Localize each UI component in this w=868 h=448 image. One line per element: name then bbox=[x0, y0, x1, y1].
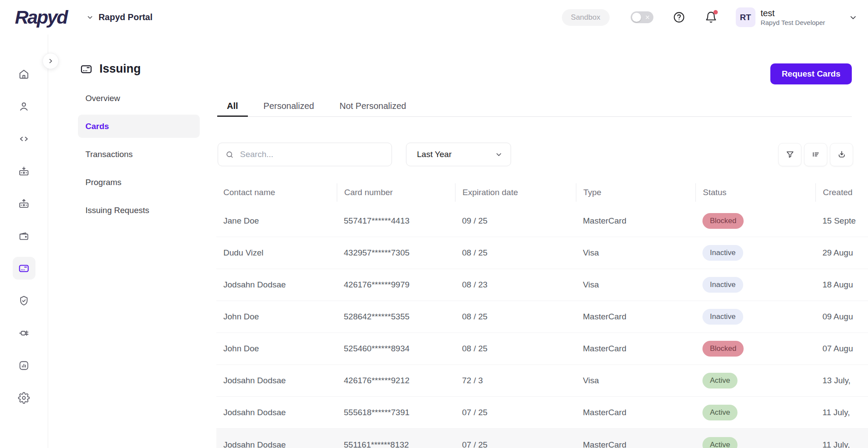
filter-button[interactable] bbox=[778, 143, 801, 166]
cell-type: MasterCard bbox=[576, 312, 695, 322]
icon-sidebar bbox=[0, 35, 48, 448]
sidebar-item-overview[interactable]: Overview bbox=[78, 87, 200, 110]
cell-contact-name: John Doe bbox=[216, 344, 337, 354]
sidebar-item-issuing-requests[interactable]: Issuing Requests bbox=[78, 199, 200, 222]
home-icon bbox=[18, 68, 30, 80]
date-filter-dropdown[interactable]: Last Year bbox=[406, 143, 511, 166]
submenu-items: OverviewCardsTransactionsProgramsIssuing… bbox=[78, 87, 200, 227]
nav-clients-button[interactable] bbox=[13, 95, 35, 118]
table-row[interactable]: Jane Doe 557417******4413 09 / 25 Master… bbox=[216, 205, 868, 237]
download-icon bbox=[837, 150, 847, 159]
table-row[interactable]: Jodsahn Dodsae 426176******9979 08 / 23 … bbox=[216, 269, 868, 301]
cell-status: Blocked bbox=[695, 341, 815, 357]
cell-created: 29 Augu bbox=[815, 248, 868, 258]
cell-expiration-date: 08 / 25 bbox=[455, 344, 576, 354]
column-header-card-number: Card number bbox=[337, 183, 455, 202]
cell-expiration-date: 08 / 25 bbox=[455, 248, 576, 258]
cell-type: MasterCard bbox=[576, 216, 695, 226]
cell-created: 09 Augu bbox=[815, 312, 868, 322]
tab-personalized[interactable]: Personalized bbox=[254, 92, 324, 117]
nav-wallets-button[interactable] bbox=[13, 224, 35, 247]
nav-integrations-button[interactable] bbox=[13, 322, 35, 344]
nav-disburse-button[interactable] bbox=[13, 192, 35, 215]
table-row[interactable]: John Doe 528642******5355 08 / 25 Master… bbox=[216, 301, 868, 333]
cell-card-number: 557417******4413 bbox=[337, 216, 455, 226]
cell-created: 11 July, bbox=[815, 408, 868, 417]
status-badge: Inactive bbox=[702, 277, 743, 293]
cell-contact-name: Jodsahn Dodsae bbox=[216, 376, 337, 385]
header-actions: Sandbox RT test Rapyd Test Developer bbox=[562, 7, 857, 27]
download-button[interactable] bbox=[830, 143, 853, 166]
page-title-label: Issuing bbox=[99, 62, 141, 76]
cell-type: MasterCard bbox=[576, 408, 695, 417]
cell-status: Inactive bbox=[695, 309, 815, 325]
nav-issuing-button[interactable] bbox=[13, 257, 35, 280]
status-badge: Active bbox=[702, 405, 737, 420]
cell-contact-name: Jodsahn Dodsae bbox=[216, 280, 337, 290]
sandbox-badge: Sandbox bbox=[562, 9, 610, 26]
table-row[interactable]: Jodsahn Dodsae 555618******7391 07 / 25 … bbox=[216, 397, 868, 429]
cell-card-number: 551161******8132 bbox=[337, 440, 455, 448]
cell-expiration-date: 07 / 25 bbox=[455, 440, 576, 448]
cell-expiration-date: 72 / 3 bbox=[455, 376, 576, 385]
request-cards-button[interactable]: Request Cards bbox=[770, 63, 852, 84]
table-row[interactable]: Dudu Vizel 432957******7305 08 / 25 Visa… bbox=[216, 237, 868, 269]
portal-selector[interactable]: Rapyd Portal bbox=[86, 12, 152, 22]
cell-created: 07 Augu bbox=[815, 344, 868, 354]
table-row[interactable]: John Doe 525460******8934 08 / 25 Master… bbox=[216, 333, 868, 365]
cell-card-number: 426176******9979 bbox=[337, 280, 455, 290]
nav-compliance-button[interactable] bbox=[13, 289, 35, 312]
nav-developers-button[interactable] bbox=[13, 127, 35, 150]
cell-created: 11 July, bbox=[815, 440, 868, 448]
chevron-down-icon bbox=[495, 150, 503, 158]
sidebar-expand-button[interactable] bbox=[42, 53, 59, 69]
cell-status: Blocked bbox=[695, 213, 815, 229]
cell-expiration-date: 08 / 23 bbox=[455, 280, 576, 290]
table-row[interactable]: Jodsahn Dodsae 551161******8132 07 / 25 … bbox=[216, 429, 868, 448]
sandbox-toggle[interactable] bbox=[631, 11, 653, 23]
help-button[interactable] bbox=[673, 11, 685, 24]
column-header-status: Status bbox=[695, 183, 815, 202]
notifications-button[interactable] bbox=[705, 11, 717, 24]
nav-settings-button[interactable] bbox=[13, 386, 35, 409]
chevron-down-icon bbox=[86, 14, 94, 21]
status-badge: Active bbox=[702, 373, 737, 388]
rapyd-logo[interactable]: Rapyd bbox=[15, 7, 67, 28]
status-badge: Blocked bbox=[702, 213, 744, 229]
chevron-down-icon bbox=[849, 13, 857, 22]
column-header-expiration-date: Expiration date bbox=[455, 183, 576, 202]
nav-collect-button[interactable] bbox=[13, 160, 35, 182]
table-row[interactable]: Jodsahn Dodsae 426176******9212 72 / 3 V… bbox=[216, 365, 868, 397]
sidebar-item-cards[interactable]: Cards bbox=[78, 115, 200, 138]
collect-icon bbox=[18, 165, 30, 177]
plug-icon bbox=[18, 327, 30, 339]
card-icon bbox=[18, 262, 30, 274]
search-input[interactable] bbox=[240, 150, 385, 159]
user-avatar[interactable]: RT bbox=[736, 7, 755, 27]
column-header-contact-name: Contact name bbox=[216, 183, 337, 202]
cell-contact-name: Jodsahn Dodsae bbox=[216, 408, 337, 417]
tab-not-personalized[interactable]: Not Personalized bbox=[330, 92, 416, 117]
search-box[interactable] bbox=[218, 143, 392, 166]
sort-button[interactable] bbox=[804, 143, 827, 166]
nav-reports-button[interactable] bbox=[13, 354, 35, 377]
cell-type: MasterCard bbox=[576, 344, 695, 354]
card-icon bbox=[80, 63, 93, 76]
nav-home-button[interactable] bbox=[13, 63, 35, 85]
sidebar-item-transactions[interactable]: Transactions bbox=[78, 143, 200, 166]
status-badge: Blocked bbox=[702, 341, 744, 357]
table-controls: Last Year bbox=[218, 143, 853, 166]
tab-all[interactable]: All bbox=[217, 92, 248, 117]
user-menu-button[interactable] bbox=[849, 13, 857, 22]
cell-created: 15 Septe bbox=[815, 216, 868, 226]
table-header: Contact nameCard numberExpiration dateTy… bbox=[216, 180, 868, 205]
date-filter-value: Last Year bbox=[417, 150, 452, 159]
main-content: Request Cards AllPersonalizedNot Persona… bbox=[216, 35, 868, 448]
chevron-right-icon bbox=[47, 58, 54, 64]
cell-contact-name: John Doe bbox=[216, 312, 337, 322]
user-meta: test Rapyd Test Developer bbox=[761, 8, 825, 26]
cell-status: Active bbox=[695, 373, 815, 388]
user-role: Rapyd Test Developer bbox=[761, 19, 825, 26]
cell-card-number: 555618******7391 bbox=[337, 408, 455, 417]
sidebar-item-programs[interactable]: Programs bbox=[78, 171, 200, 194]
